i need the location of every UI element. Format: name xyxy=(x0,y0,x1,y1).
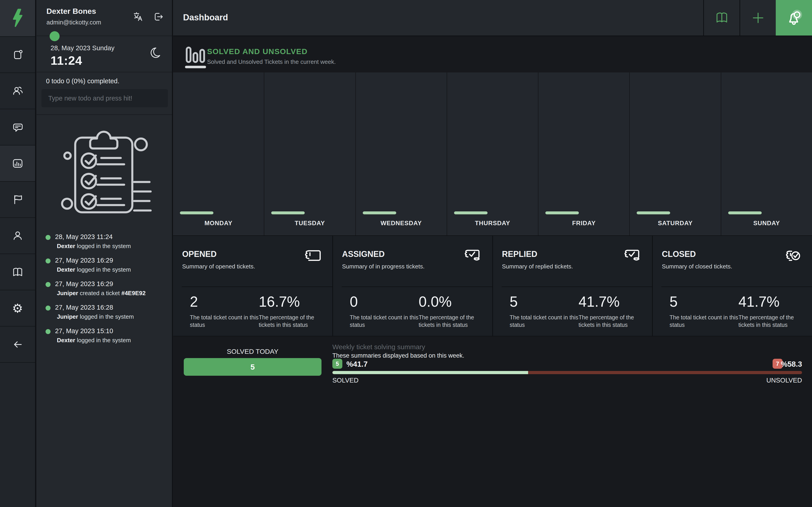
card-title: OPENED xyxy=(182,249,217,259)
moon-icon[interactable] xyxy=(149,46,161,59)
sidebar-item-team[interactable] xyxy=(0,72,35,109)
activity-date: 27, May 2023 16:29 xyxy=(55,257,113,264)
summary-band: SOLVED TODAY 5 Weekly ticket solving sum… xyxy=(173,336,812,507)
ticket-check-eye-icon xyxy=(461,247,483,264)
card-subtitle: Summary of opened tickets. xyxy=(182,263,255,270)
bar-chart-icon xyxy=(11,157,24,170)
activity-date: 28, May 2023 11:24 xyxy=(55,233,113,241)
day-baseline-bar xyxy=(545,211,579,214)
weekly-summary-subtitle: These summaries displayed based on this … xyxy=(333,352,464,359)
page-title: Dashboard xyxy=(183,13,228,22)
section-header: SOLVED AND UNSOLVED Solved and Unsolved … xyxy=(173,36,812,72)
activity-item: 27, May 2023 16:29 Juniper created a tic… xyxy=(37,280,172,303)
activity-dot xyxy=(46,259,51,264)
flag-icon xyxy=(11,193,24,206)
sidebar-item-chat[interactable] xyxy=(0,109,35,145)
activity-action: logged in the system xyxy=(75,243,131,249)
card-percent-caption: The percentage of the tickets in this st… xyxy=(259,314,318,329)
day-label: SATURDAY xyxy=(630,220,720,227)
chart-day-column: WEDNESDAY xyxy=(355,72,447,235)
activity-dot xyxy=(46,235,51,240)
day-baseline-bar xyxy=(637,211,670,214)
card-count: 5 xyxy=(510,293,518,310)
app-logo xyxy=(0,0,35,36)
sidebar-collapse-button[interactable] xyxy=(0,326,35,362)
logout-icon[interactable] xyxy=(152,11,164,23)
activity-actor: Juniper xyxy=(57,313,78,320)
card-title: REPLIED xyxy=(502,249,538,259)
gear-icon: ⚙ xyxy=(12,302,23,315)
sidebar-item-settings[interactable]: ⚙ xyxy=(0,290,35,326)
activity-actor: Dexter xyxy=(57,337,75,344)
card-count-caption: The total ticket count in this status xyxy=(350,314,420,329)
card-percent-caption: The percentage of the tickets in this st… xyxy=(419,314,477,329)
activity-item: 27, May 2023 16:29 Dexter logged in the … xyxy=(37,256,172,280)
new-ticket-button[interactable] xyxy=(740,0,776,36)
sidebar-item-reports[interactable] xyxy=(0,145,35,181)
chart-day-column: SATURDAY xyxy=(629,72,720,235)
card-divider xyxy=(342,287,492,287)
clipboard-illustration-icon xyxy=(54,124,154,219)
activity-actor: Dexter xyxy=(57,266,75,273)
solved-count-badge: 5 xyxy=(333,359,342,369)
card-subtitle: Summary of replied tickets. xyxy=(502,263,573,270)
activity-log: 28, May 2023 11:24 Dexter logged in the … xyxy=(37,228,172,350)
activity-item: 28, May 2023 11:24 Dexter logged in the … xyxy=(37,233,172,256)
solved-today-button[interactable]: 5 xyxy=(184,358,321,376)
chart-day-column: THURSDAY xyxy=(447,72,538,235)
translate-icon[interactable] xyxy=(132,11,144,23)
activity-ref: #4E9E92 xyxy=(121,290,146,296)
activity-action: logged in the system xyxy=(75,337,131,344)
sidebar-item-profile[interactable] xyxy=(0,217,35,253)
bell-icon xyxy=(784,8,803,27)
weekly-chart: MONDAY TUESDAY WEDNESDAY THURSDAY FRIDAY… xyxy=(173,72,812,235)
day-label: SUNDAY xyxy=(721,220,812,227)
ticket-icon xyxy=(301,247,322,264)
solved-unsolved-progress-bar xyxy=(333,371,802,374)
card-assigned: ASSIGNED Summary of in progress tickets.… xyxy=(333,236,492,336)
day-label: MONDAY xyxy=(173,220,264,227)
activity-dot xyxy=(46,282,51,287)
unsolved-percent: %58.3 xyxy=(781,360,802,369)
card-percent: 41.7% xyxy=(579,293,620,310)
user-name: Dexter Bones xyxy=(46,7,96,16)
day-label: WEDNESDAY xyxy=(356,220,447,227)
activity-item: 27, May 2023 16:28 Juniper logged in the… xyxy=(37,303,172,327)
chart-day-column: TUESDAY xyxy=(264,72,355,235)
guide-button[interactable] xyxy=(703,0,740,36)
solved-today-label: SOLVED TODAY xyxy=(184,348,321,355)
plus-icon xyxy=(751,11,765,25)
card-count: 2 xyxy=(190,293,198,310)
sidebar-item-guide[interactable] xyxy=(0,253,35,290)
activity-date: 27, May 2023 16:29 xyxy=(55,280,113,288)
day-baseline-bar xyxy=(454,211,488,214)
section-subtitle: Solved and Unsolved Tickets in the curre… xyxy=(207,58,336,65)
activity-action: logged in the system xyxy=(75,266,131,273)
status-cards: OPENED Summary of opened tickets. 2 16.7… xyxy=(173,235,812,336)
chat-icon xyxy=(11,121,24,133)
lightning-bolt-icon xyxy=(10,8,25,28)
card-divider xyxy=(182,287,333,287)
card-closed: CLOSED Summary of closed tickets. 5 41.7… xyxy=(652,236,812,336)
card-replied: REPLIED Summary of replied tickets. 5 41… xyxy=(492,236,652,336)
card-count: 0 xyxy=(350,293,358,310)
sidebar-item-flags[interactable] xyxy=(0,181,35,217)
card-subtitle: Summary of in progress tickets. xyxy=(342,263,424,270)
day-label: TUESDAY xyxy=(264,220,355,227)
card-divider xyxy=(661,287,812,287)
activity-dot xyxy=(46,305,51,311)
card-count: 5 xyxy=(669,293,678,310)
todo-input[interactable] xyxy=(42,89,168,107)
user-email: admin@tickotty.com xyxy=(46,19,101,26)
sidebar-item-notes[interactable] xyxy=(0,36,35,72)
current-time: 11:24 xyxy=(51,53,82,67)
ticket-check-circle-icon xyxy=(780,247,802,264)
card-percent: 41.7% xyxy=(739,293,779,310)
nav-rail-spacer xyxy=(0,362,35,507)
online-status-dot xyxy=(50,31,60,41)
notifications-button[interactable] xyxy=(776,0,812,36)
card-percent: 16.7% xyxy=(259,293,300,310)
card-title: CLOSED xyxy=(662,249,696,259)
app-screen: ⚙ Dexter Bones admin@tickotty.com xyxy=(0,0,812,507)
arrow-left-icon xyxy=(11,338,24,351)
